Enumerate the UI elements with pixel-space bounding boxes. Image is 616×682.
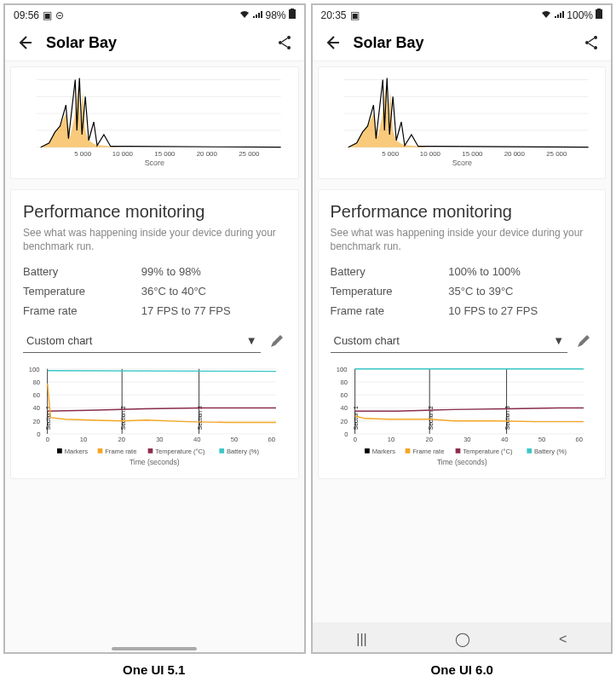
phone-right: 20:35 ▣ 100% Solar Bay bbox=[311, 3, 613, 654]
page-title: Solar Bay bbox=[354, 34, 571, 52]
score-xlabel: Score bbox=[145, 159, 164, 167]
score-chart-card: 5 00010 000 15 00020 000 25 000 Score bbox=[10, 66, 299, 179]
svg-text:0: 0 bbox=[37, 431, 40, 438]
svg-text:60: 60 bbox=[575, 436, 582, 444]
stat-value: 36°C to 40°C bbox=[141, 285, 286, 298]
svg-text:0: 0 bbox=[353, 436, 356, 444]
svg-text:Section 3: Section 3 bbox=[197, 406, 203, 430]
svg-text:5 000: 5 000 bbox=[74, 150, 91, 158]
stat-framerate: Frame rate 10 FPS to 27 FPS bbox=[331, 304, 594, 317]
timeseries-chart: 1008060 40200 Section 1 Section 2 Sectio… bbox=[23, 358, 286, 473]
svg-text:10 000: 10 000 bbox=[419, 150, 440, 158]
ts-xlabel: Time (seconds) bbox=[436, 458, 486, 466]
score-chart: 5 00010 000 15 00020 000 25 000 Score bbox=[20, 71, 290, 173]
svg-text:60: 60 bbox=[268, 436, 274, 444]
svg-text:40: 40 bbox=[500, 436, 507, 444]
svg-text:Section 2: Section 2 bbox=[427, 406, 433, 430]
back-button[interactable] bbox=[15, 33, 34, 52]
score-xlabel: Score bbox=[452, 159, 471, 167]
home-button[interactable]: ◯ bbox=[455, 631, 470, 647]
svg-text:100: 100 bbox=[336, 366, 347, 373]
svg-text:20 000: 20 000 bbox=[504, 150, 525, 158]
svg-point-47 bbox=[585, 41, 589, 44]
chart-type-dropdown[interactable]: Custom chart ▼ bbox=[23, 329, 261, 353]
stat-label: Frame rate bbox=[23, 304, 141, 317]
edit-chart-button[interactable] bbox=[574, 332, 593, 350]
battery-icon bbox=[289, 9, 296, 21]
svg-rect-1 bbox=[289, 9, 296, 19]
svg-point-3 bbox=[279, 41, 282, 44]
svg-text:25 000: 25 000 bbox=[546, 150, 567, 158]
app-topbar: Solar Bay bbox=[5, 25, 304, 61]
statusbar: 20:35 ▣ 100% bbox=[313, 5, 612, 25]
stat-framerate: Frame rate 17 FPS to 77 FPS bbox=[23, 304, 286, 317]
svg-text:25 000: 25 000 bbox=[239, 150, 260, 158]
svg-rect-41 bbox=[98, 448, 103, 454]
svg-text:10 000: 10 000 bbox=[112, 150, 134, 158]
svg-text:Section 3: Section 3 bbox=[504, 406, 510, 430]
timeseries-chart: 1008060 40200 Section 1 Section 2 Sectio… bbox=[331, 358, 594, 473]
signal-icon bbox=[252, 9, 262, 21]
dropdown-label: Custom chart bbox=[334, 334, 400, 347]
edit-chart-button[interactable] bbox=[268, 332, 286, 350]
share-button[interactable] bbox=[582, 33, 601, 52]
stat-value: 100% to 100% bbox=[448, 265, 593, 278]
chevron-down-icon: ▼ bbox=[553, 334, 564, 347]
svg-rect-43 bbox=[219, 448, 224, 454]
circle-icon: ⊝ bbox=[55, 9, 64, 21]
legend-markers: Markers bbox=[371, 448, 395, 455]
image-icon: ▣ bbox=[43, 9, 52, 21]
svg-text:40: 40 bbox=[33, 405, 40, 413]
svg-rect-86 bbox=[455, 448, 460, 454]
legend-batt: Battery (%) bbox=[533, 448, 567, 455]
battery-icon bbox=[596, 9, 602, 21]
gesture-handle[interactable] bbox=[112, 647, 197, 650]
battery-pct: 98% bbox=[265, 9, 285, 21]
status-time: 20:35 bbox=[321, 9, 347, 21]
svg-text:40: 40 bbox=[340, 405, 347, 413]
svg-text:10: 10 bbox=[80, 436, 87, 444]
share-button[interactable] bbox=[275, 33, 294, 52]
legend-temp: Temperature (°C) bbox=[155, 448, 205, 455]
svg-rect-0 bbox=[291, 9, 294, 9]
back-button[interactable] bbox=[323, 33, 342, 52]
svg-rect-85 bbox=[405, 448, 410, 454]
svg-point-46 bbox=[594, 36, 597, 39]
svg-rect-44 bbox=[597, 9, 601, 9]
svg-rect-87 bbox=[527, 448, 532, 454]
perf-heading: Performance monitoring bbox=[331, 202, 594, 222]
caption-left: One UI 5.1 bbox=[123, 662, 185, 677]
stat-label: Temperature bbox=[331, 285, 449, 298]
caption-right: One UI 6.0 bbox=[431, 662, 493, 677]
chart-type-dropdown[interactable]: Custom chart ▼ bbox=[331, 329, 568, 353]
stat-value: 10 FPS to 27 FPS bbox=[448, 304, 593, 317]
svg-text:30: 30 bbox=[156, 436, 163, 444]
dropdown-label: Custom chart bbox=[26, 334, 92, 347]
recent-apps-button[interactable]: ||| bbox=[356, 632, 366, 647]
legend-fps: Frame rate bbox=[105, 448, 136, 455]
perf-heading: Performance monitoring bbox=[23, 202, 286, 222]
svg-text:10: 10 bbox=[387, 436, 394, 444]
svg-point-4 bbox=[287, 46, 291, 49]
perf-card: Performance monitoring See what was happ… bbox=[318, 189, 607, 479]
ts-xlabel: Time (seconds) bbox=[130, 458, 180, 466]
svg-text:20: 20 bbox=[33, 418, 40, 425]
back-nav-button[interactable]: < bbox=[559, 632, 567, 647]
svg-rect-84 bbox=[365, 448, 370, 454]
svg-rect-42 bbox=[148, 448, 153, 454]
svg-text:50: 50 bbox=[231, 436, 238, 444]
stat-battery: Battery 100% to 100% bbox=[331, 265, 594, 278]
battery-pct: 100% bbox=[567, 9, 593, 21]
score-chart: 5 00010 000 15 00020 000 25 000 Score bbox=[327, 71, 597, 173]
svg-text:20: 20 bbox=[340, 418, 347, 425]
svg-text:40: 40 bbox=[193, 436, 200, 444]
svg-text:Section 1: Section 1 bbox=[353, 406, 359, 430]
legend-temp: Temperature (°C) bbox=[463, 448, 513, 455]
svg-point-48 bbox=[594, 46, 597, 49]
stat-temperature: Temperature 35°C to 39°C bbox=[331, 285, 594, 298]
score-chart-card: 5 00010 000 15 00020 000 25 000 Score bbox=[318, 66, 607, 179]
svg-text:20: 20 bbox=[425, 436, 432, 444]
stat-value: 17 FPS to 77 FPS bbox=[141, 304, 286, 317]
svg-text:15 000: 15 000 bbox=[462, 150, 483, 158]
stat-value: 99% to 98% bbox=[141, 265, 286, 278]
